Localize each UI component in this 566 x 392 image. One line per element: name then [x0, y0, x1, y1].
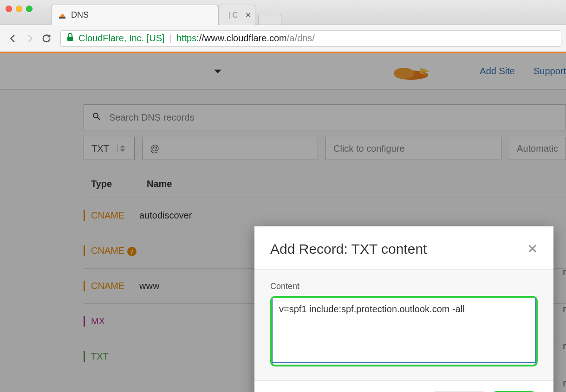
modal-header: Add Record: TXT content ✕: [254, 226, 553, 270]
toolbar: CloudFlare, Inc. [US] | https://www.clou…: [0, 25, 566, 52]
tab-active[interactable]: DNS: [51, 5, 218, 25]
close-icon[interactable]: ✕: [245, 11, 251, 19]
back-button[interactable]: [5, 30, 21, 47]
divider: |: [169, 33, 172, 44]
reload-button[interactable]: [38, 30, 55, 47]
add-record-modal: Add Record: TXT content ✕ Content Cancel…: [254, 226, 553, 392]
forward-button: [21, 30, 38, 47]
modal-body: Content: [254, 270, 553, 380]
address-bar[interactable]: CloudFlare, Inc. [US] | https://www.clou…: [60, 30, 561, 47]
close-icon[interactable]: ✕: [527, 241, 538, 257]
tab-title: DNS: [71, 10, 89, 20]
tab-strip: DNS | C ✕: [51, 5, 281, 25]
svg-rect-0: [59, 17, 65, 19]
modal-footer: Cancel Save: [254, 380, 553, 392]
window-zoom-icon[interactable]: [26, 6, 33, 12]
window-controls: [6, 6, 33, 12]
window-close-icon[interactable]: [6, 6, 12, 12]
page: Add Site Support Search DNS records TXT …: [0, 52, 566, 392]
ssl-org-name: CloudFlare, Inc. [US]: [78, 33, 165, 44]
new-tab-button[interactable]: [258, 15, 281, 25]
modal-title: Add Record: TXT content: [270, 241, 427, 257]
svg-rect-1: [67, 37, 73, 41]
tab-background-hint: | C: [228, 11, 238, 19]
window-minimize-icon[interactable]: [16, 6, 22, 12]
tab-background[interactable]: | C ✕: [218, 5, 255, 25]
content-field-label: Content: [270, 282, 538, 291]
cloudflare-favicon-icon: [58, 11, 66, 19]
txt-content-textarea[interactable]: [272, 298, 536, 363]
lock-icon: [66, 33, 74, 44]
browser-chrome: DNS | C ✕: [0, 0, 566, 25]
url-text: https://www.cloudflare.com/a/dns/: [176, 33, 315, 44]
highlight-annotation: [270, 296, 538, 366]
